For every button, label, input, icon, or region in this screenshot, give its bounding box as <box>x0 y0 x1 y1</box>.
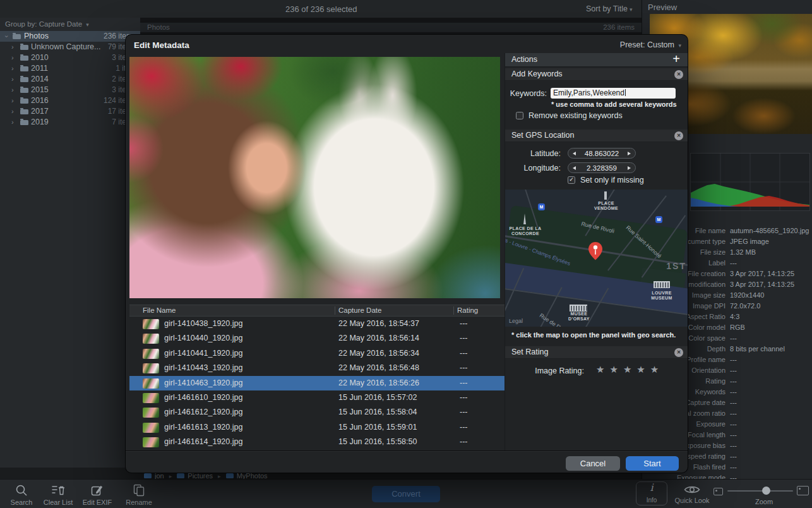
add-action-button[interactable]: + <box>672 52 680 66</box>
sidebar: Group by: Capture Date ▾ › Photos 236 it… <box>0 18 140 468</box>
stepper-decrement-icon[interactable] <box>573 152 576 155</box>
column-divider <box>335 306 335 315</box>
cancel-button[interactable]: Cancel <box>566 456 620 471</box>
file-row[interactable]: girl-1410443_1920.jpg22 May 2016, 18:56:… <box>129 361 505 375</box>
file-row[interactable]: girl-1461614_1920.jpg15 Jun 2016, 15:58:… <box>129 435 505 449</box>
stepper-increment-icon[interactable] <box>628 166 631 170</box>
metro-station-icon: M <box>655 216 662 223</box>
column-divider <box>453 306 454 315</box>
close-icon[interactable]: ✕ <box>674 131 683 140</box>
file-thumbnail <box>143 334 159 344</box>
file-row[interactable]: girl-1410441_1920.jpg22 May 2016, 18:56:… <box>129 346 505 361</box>
search-button[interactable]: Search <box>6 483 37 506</box>
folder-icon <box>13 34 21 39</box>
histogram <box>690 153 810 211</box>
disclosure-triangle-icon[interactable]: › <box>1 33 12 40</box>
start-button[interactable]: Start <box>626 456 679 471</box>
file-row[interactable]: girl-1461610_1920.jpg15 Jun 2016, 15:57:… <box>129 390 505 405</box>
sidebar-item-2011[interactable]: › 2011 1 item <box>0 63 140 74</box>
close-icon[interactable]: ✕ <box>674 348 683 357</box>
remove-keywords-checkbox[interactable] <box>516 112 523 119</box>
gps-map[interactable]: PLACEVENDÔME PLACE DE LACONCORDE Rue de … <box>505 190 688 327</box>
sidebar-item-2014[interactable]: › 2014 2 items <box>0 74 140 85</box>
preset-dropdown[interactable]: Preset: Custom ▾ <box>620 40 681 49</box>
column-header-rating[interactable]: Rating <box>457 305 478 316</box>
disclosure-triangle-icon[interactable]: › <box>11 117 14 128</box>
file-table-header: File Name Capture Date Rating <box>129 305 505 317</box>
close-icon[interactable]: ✕ <box>674 70 683 79</box>
file-thumbnail <box>143 393 159 403</box>
folder-tree: › Photos 236 items › Unknown Capture... … <box>0 31 140 128</box>
file-thumbnail <box>143 378 159 389</box>
stepper-decrement-icon[interactable] <box>573 166 576 170</box>
file-row[interactable]: girl-1410440_1920.jpg22 May 2016, 18:56:… <box>129 331 505 346</box>
keywords-input[interactable]: Emily,Paris,Weekend <box>551 88 676 99</box>
convert-button[interactable]: Convert <box>372 486 440 502</box>
keywords-field-label: Keywords: <box>505 89 547 98</box>
sidebar-item-2019[interactable]: › 2019 7 items <box>0 117 140 128</box>
photos-bar-title: Photos <box>147 23 170 32</box>
folder-icon <box>20 45 28 50</box>
quick-look-button[interactable]: Quick Look <box>671 483 713 504</box>
chevron-down-icon: ▾ <box>86 21 89 28</box>
file-row[interactable]: girl-1410438_1920.jpg22 May 2016, 18:54:… <box>129 317 505 331</box>
chevron-down-icon: ▾ <box>630 6 633 13</box>
sort-by-dropdown[interactable]: Sort by Title▾ <box>586 4 633 13</box>
edit-exif-button[interactable]: Edit EXIF <box>80 483 115 506</box>
column-header-file-name[interactable]: File Name <box>143 305 176 316</box>
disclosure-triangle-icon[interactable]: › <box>11 106 14 117</box>
clear-list-button[interactable]: Clear List <box>40 483 76 506</box>
set-only-if-missing-label[interactable]: Set only if missing <box>580 176 644 184</box>
group-by-dropdown[interactable]: Group by: Capture Date ▾ <box>5 20 89 28</box>
sidebar-item-2017[interactable]: › 2017 17 items <box>0 106 140 117</box>
file-row[interactable]: girl-1461613_1920.jpg15 Jun 2016, 15:59:… <box>129 420 505 435</box>
map-label-louvre: LOUVREMUSEUM <box>645 291 678 301</box>
map-legal-link[interactable]: Legal <box>509 318 523 324</box>
disclosure-triangle-icon[interactable]: › <box>11 42 14 52</box>
disclosure-triangle-icon[interactable]: › <box>11 95 14 106</box>
sidebar-item-2015[interactable]: › 2015 3 items <box>0 85 140 95</box>
breadcrumb-separator-icon: ▶ <box>169 474 172 478</box>
disclosure-triangle-icon[interactable]: › <box>11 52 14 63</box>
longitude-stepper[interactable]: 2.328359 <box>568 162 636 173</box>
column-header-capture-date[interactable]: Capture Date <box>338 305 381 316</box>
latitude-stepper[interactable]: 48.863022 <box>568 148 636 159</box>
breadcrumb-separator-icon: ▶ <box>218 474 221 478</box>
photos-header-bar: Photos 236 items <box>140 23 642 32</box>
sidebar-item-2010[interactable]: › 2010 3 items <box>0 52 140 63</box>
info-icon: i <box>636 482 667 493</box>
set-rating-section-header: Set Rating ✕ <box>505 346 688 359</box>
zoom-in-image-icon <box>797 486 809 495</box>
map-label-orsay: MUSÉED'ORSAY <box>566 311 592 322</box>
photos-bar-count: 236 items <box>603 23 635 32</box>
rename-button[interactable]: Rename <box>121 483 157 506</box>
file-row[interactable]: girl-1461612_1920.jpg15 Jun 2016, 15:58:… <box>129 405 505 420</box>
gps-section-header: Set GPS Location ✕ <box>505 130 688 142</box>
disclosure-triangle-icon[interactable]: › <box>11 63 14 74</box>
clear-list-icon <box>40 483 76 497</box>
folder-icon <box>226 473 234 478</box>
zoom-label: Zoom <box>745 498 783 505</box>
actions-header: Actions + <box>505 53 688 67</box>
sidebar-item-unknown-capture[interactable]: › Unknown Capture... 79 items <box>0 42 140 52</box>
sidebar-item-2016[interactable]: › 2016 124 items <box>0 95 140 106</box>
disclosure-triangle-icon[interactable]: › <box>11 74 14 85</box>
stepper-increment-icon[interactable] <box>628 152 631 155</box>
star-rating-control[interactable]: ★★★★★ <box>596 364 664 375</box>
disclosure-triangle-icon[interactable]: › <box>11 85 14 95</box>
sidebar-item-photos[interactable]: › Photos 236 items <box>0 31 140 42</box>
bottom-toolbar: Search Clear List Edit EXIF Rename Conve… <box>0 479 812 508</box>
zoom-slider-track[interactable] <box>727 490 793 492</box>
info-button[interactable]: i Info <box>636 481 667 505</box>
zoom-slider-knob[interactable] <box>762 487 770 495</box>
file-row-selected[interactable]: girl-1410463_1920.jpg22 May 2016, 18:56:… <box>129 376 505 390</box>
eye-icon <box>671 483 713 496</box>
folder-icon <box>20 99 28 104</box>
set-only-if-missing-checkbox[interactable]: ✓ <box>568 176 575 184</box>
file-thumbnail <box>143 423 159 433</box>
map-pin-icon[interactable] <box>587 241 604 260</box>
map-label-vendome: PLACEVENDÔME <box>593 201 619 211</box>
map-label-district: 1ST <box>666 261 686 271</box>
folder-icon <box>20 88 28 93</box>
remove-keywords-label[interactable]: Remove existing keywords <box>528 111 623 120</box>
